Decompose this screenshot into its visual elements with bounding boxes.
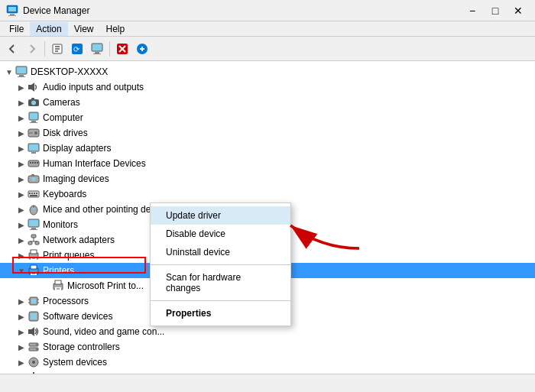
- tree-item-computer[interactable]: ▶ Computer: [0, 110, 535, 125]
- ctx-scan-hardware[interactable]: Scan for hardware changes: [151, 268, 290, 297]
- svg-rect-70: [55, 280, 61, 284]
- minimize-button[interactable]: −: [462, 3, 483, 18]
- arrow-keyboards: ▶: [15, 188, 28, 200]
- ctx-update-driver[interactable]: Update driver: [151, 206, 290, 225]
- svg-rect-3: [8, 15, 16, 16]
- menu-file[interactable]: File: [3, 22, 30, 36]
- tree-item-disk[interactable]: ▶ Disk drives: [0, 125, 535, 141]
- ctx-disable-device[interactable]: Disable device: [151, 225, 290, 243]
- icon-cameras: [28, 96, 40, 109]
- icon-network: [28, 234, 40, 246]
- svg-rect-47: [36, 193, 37, 194]
- scan-hardware-button[interactable]: [88, 40, 106, 58]
- back-button[interactable]: [3, 40, 21, 58]
- svg-point-86: [36, 348, 37, 350]
- arrow-mice: ▶: [15, 203, 28, 215]
- icon-hid: [28, 157, 40, 170]
- svg-rect-27: [29, 112, 38, 120]
- svg-rect-44: [29, 193, 31, 194]
- icon-printer-sub: [52, 280, 64, 292]
- properties-button[interactable]: [48, 40, 66, 58]
- icon-sound: [28, 326, 40, 338]
- menu-help[interactable]: Help: [100, 22, 131, 36]
- icon-print-queues: [28, 249, 40, 261]
- icon-printers: [28, 264, 40, 277]
- title-bar-left: Device Manager: [6, 5, 89, 17]
- tree-item-root[interactable]: ▼ DESKTOP-XXXXX: [0, 64, 535, 79]
- icon-mice: [28, 203, 40, 215]
- svg-rect-53: [31, 228, 36, 229]
- svg-rect-19: [16, 66, 27, 74]
- menu-action[interactable]: Action: [30, 22, 67, 36]
- arrow-disk: ▶: [15, 127, 28, 139]
- arrow-audio: ▶: [15, 81, 28, 93]
- icon-keyboards: [28, 188, 40, 200]
- title-bar: Device Manager − □ ✕: [0, 0, 535, 21]
- svg-rect-74: [31, 299, 36, 303]
- tree-item-system[interactable]: ▶ System devices: [0, 355, 535, 370]
- title-bar-controls: − □ ✕: [462, 3, 529, 18]
- arrow-display: ▶: [15, 142, 28, 154]
- icon-root: [15, 66, 28, 78]
- svg-rect-38: [34, 162, 36, 164]
- svg-point-25: [31, 101, 36, 105]
- svg-marker-23: [31, 83, 34, 92]
- svg-text:⟳: ⟳: [73, 45, 80, 53]
- add-device-button[interactable]: [133, 40, 151, 58]
- tree-label-usb: Universal Serial Bus contro...: [43, 372, 535, 374]
- tree-label-sound: Sound, video and game con...: [43, 326, 535, 337]
- remove-button[interactable]: [113, 40, 131, 58]
- svg-rect-62: [31, 250, 37, 254]
- svg-rect-39: [37, 162, 38, 164]
- svg-rect-22: [28, 85, 31, 89]
- ctx-uninstall-device[interactable]: Uninstall device: [151, 243, 290, 261]
- tree-label-imaging: Imaging devices: [43, 173, 535, 184]
- svg-rect-29: [30, 122, 37, 123]
- tree-item-cameras[interactable]: ▶ Cameras: [0, 95, 535, 110]
- icon-storage: [28, 341, 40, 353]
- tree-item-storage[interactable]: ▶ Storage controllers: [0, 339, 535, 355]
- arrow-software: ▶: [15, 310, 28, 322]
- window-title: Device Manager: [23, 5, 89, 16]
- icon-audio: [28, 81, 40, 93]
- svg-rect-42: [31, 174, 34, 177]
- status-bar: [0, 374, 535, 392]
- svg-rect-54: [30, 229, 37, 230]
- svg-rect-80: [31, 313, 37, 319]
- svg-rect-34: [31, 152, 36, 154]
- icon-disk: [28, 127, 40, 139]
- toolbar-sep-1: [44, 41, 45, 57]
- svg-point-41: [32, 177, 36, 181]
- maximize-button[interactable]: □: [485, 3, 506, 18]
- svg-rect-20: [19, 75, 24, 76]
- tree-item-usb[interactable]: ▶ Universal Serial Bus contro...: [0, 370, 535, 374]
- tree-item-keyboards[interactable]: ▶ Keyboards: [0, 186, 535, 202]
- arrow-monitors: ▶: [15, 219, 28, 231]
- svg-rect-11: [95, 52, 99, 53]
- forward-button[interactable]: [23, 40, 41, 58]
- arrow-sound: ▶: [15, 326, 28, 338]
- tree-item-display[interactable]: ▶ Display adapters: [0, 141, 535, 156]
- close-button[interactable]: ✕: [507, 3, 529, 18]
- arrow-network: ▶: [15, 234, 28, 246]
- svg-rect-46: [34, 193, 35, 194]
- menu-view[interactable]: View: [68, 22, 100, 36]
- arrow-print-queues: ▶: [15, 249, 28, 261]
- svg-rect-36: [30, 162, 31, 164]
- svg-point-85: [36, 344, 37, 345]
- tree-item-audio[interactable]: ▶ Audio inputs and outputs: [0, 79, 535, 95]
- app-icon: [6, 5, 18, 17]
- svg-rect-55: [31, 235, 36, 238]
- update-button[interactable]: ⟳: [68, 40, 86, 58]
- icon-software: [28, 310, 40, 322]
- icon-processors: [28, 295, 40, 307]
- svg-rect-52: [28, 219, 39, 227]
- tree-item-sound[interactable]: ▶ Sound, video and game con...: [0, 324, 535, 339]
- tree-item-hid[interactable]: ▶ Human Interface Devices: [0, 156, 535, 171]
- svg-rect-81: [28, 329, 31, 334]
- ctx-sep-1: [151, 264, 290, 265]
- toolbar-sep-2: [109, 41, 110, 57]
- tree-item-imaging[interactable]: ▶ Imaging devices: [0, 171, 535, 186]
- arrow-cameras: ▶: [15, 96, 28, 109]
- ctx-properties[interactable]: Properties: [151, 304, 290, 322]
